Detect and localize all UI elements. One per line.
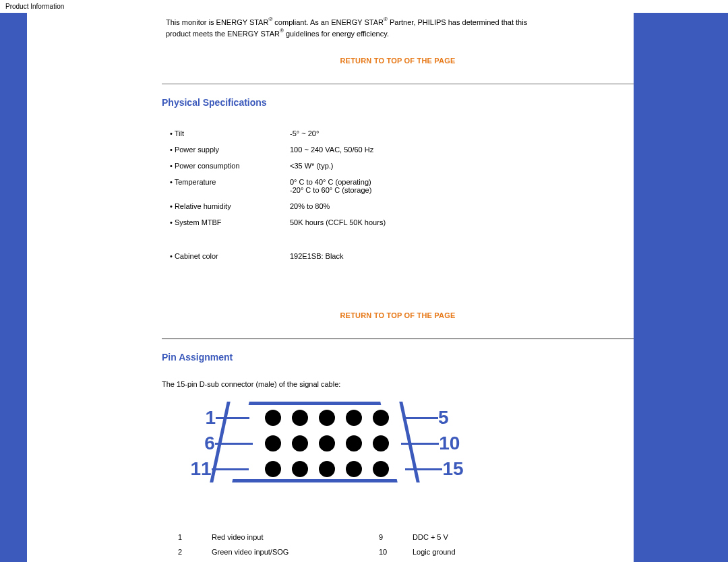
table-row: • Power consumption<35 W* (typ.) bbox=[167, 158, 528, 174]
table-row: • Relative humidity20% to 80% bbox=[167, 198, 528, 214]
pin-number: 2 bbox=[175, 544, 209, 559]
spec-label: • Relative humidity bbox=[167, 198, 287, 214]
pin-assignment-heading: Pin Assignment bbox=[162, 352, 634, 363]
connector-line bbox=[212, 468, 249, 470]
table-gap bbox=[167, 230, 528, 248]
intro-text: product meets the ENERGY STAR bbox=[166, 30, 280, 38]
pin-assignment-table: 1 Red video input 9 DDC + 5 V 2 Green vi… bbox=[175, 530, 577, 562]
pin-assignment-description: The 15-pin D-sub connector (male) of the… bbox=[162, 380, 634, 388]
spec-value: 192E1SB: Black bbox=[287, 248, 528, 264]
return-to-top-link[interactable]: RETURN TO TOP OF THE PAGE bbox=[162, 311, 634, 319]
pin-number-label: 5 bbox=[438, 407, 465, 429]
table-row: 1 Red video input 9 DDC + 5 V bbox=[175, 530, 577, 544]
spec-label: • Power consumption bbox=[167, 158, 287, 174]
pin-row-2: 6 10 bbox=[189, 433, 465, 454]
table-row: • System MTBF50K hours (CCFL 50K hours) bbox=[167, 214, 528, 230]
pin-dots bbox=[252, 410, 402, 426]
left-margin bbox=[27, 13, 162, 562]
pin-description: Blue video input bbox=[209, 559, 376, 562]
pin-number: 10 bbox=[376, 544, 410, 559]
return-to-top-link[interactable]: RETURN TO TOP OF THE PAGE bbox=[162, 57, 634, 65]
pin-number: 9 bbox=[376, 530, 410, 544]
pin-number: 11 bbox=[376, 559, 410, 562]
connector-line bbox=[216, 417, 249, 419]
spec-label: • Tilt bbox=[167, 125, 287, 142]
spec-label: • System MTBF bbox=[167, 214, 287, 230]
spec-value: 0° C to 40° C (operating) -20° C to 60° … bbox=[287, 174, 528, 198]
pin-description: DDC + 5 V bbox=[410, 530, 577, 544]
left-sidebar-stripe bbox=[0, 13, 27, 562]
pin-row-3: 11 15 bbox=[189, 458, 465, 480]
divider bbox=[162, 84, 634, 85]
pin-row-1: 1 5 bbox=[189, 407, 465, 429]
reg-mark: ® bbox=[268, 16, 272, 22]
connector-line bbox=[215, 443, 253, 445]
page-body: This monitor is ENERGY STAR® compliant. … bbox=[0, 13, 728, 562]
connector-line bbox=[404, 417, 438, 419]
spec-value: <35 W* (typ.) bbox=[287, 158, 528, 174]
reg-mark: ® bbox=[384, 16, 388, 22]
table-row: • Tilt-5° ~ 20° bbox=[167, 125, 528, 142]
pin-number-label: 6 bbox=[189, 433, 215, 454]
spec-value: 100 ~ 240 VAC, 50/60 Hz bbox=[287, 142, 528, 158]
divider bbox=[162, 338, 634, 340]
spec-label: • Cabinet color bbox=[167, 248, 287, 264]
pin-dots bbox=[251, 461, 402, 477]
reg-mark: ® bbox=[280, 28, 284, 34]
pin-description: Green video input/SOG bbox=[209, 544, 376, 559]
physical-specs-heading: Physical Specifications bbox=[162, 97, 634, 108]
pin-number: 1 bbox=[175, 530, 209, 544]
pin-description: Ground bbox=[410, 559, 577, 562]
intro-text: guidelines for energy efficiency. bbox=[284, 30, 389, 38]
spec-value: 50K hours (CCFL 50K hours) bbox=[287, 214, 528, 230]
table-row: 2 Green video input/SOG 10 Logic ground bbox=[175, 544, 577, 559]
energy-star-paragraph: This monitor is ENERGY STAR® compliant. … bbox=[166, 17, 617, 39]
pin-dots bbox=[255, 435, 398, 451]
right-sidebar-stripe bbox=[634, 13, 728, 562]
pin-number-label: 15 bbox=[442, 458, 465, 480]
window-title: Product Information bbox=[0, 0, 728, 13]
pin-number-label: 10 bbox=[439, 433, 465, 454]
pin-number: 3 bbox=[175, 559, 209, 562]
pin-description: Logic ground bbox=[410, 544, 577, 559]
intro-text: This monitor is ENERGY STAR bbox=[166, 18, 268, 26]
intro-text: compliant. As an ENERGY STAR bbox=[272, 18, 384, 26]
table-row: • Temperature0° C to 40° C (operating) -… bbox=[167, 174, 528, 198]
spec-value: -5° ~ 20° bbox=[287, 125, 528, 142]
dsub-connector-diagram: 1 5 6 10 11 15 bbox=[189, 399, 465, 487]
pin-number-label: 11 bbox=[189, 458, 212, 480]
connector-line bbox=[405, 468, 442, 470]
pin-description: Red video input bbox=[209, 530, 376, 544]
spec-label: • Temperature bbox=[167, 174, 287, 198]
spec-label: • Power supply bbox=[167, 142, 287, 158]
intro-text: Partner, PHILIPS has determined that thi… bbox=[388, 18, 527, 26]
pin-number-label: 1 bbox=[189, 407, 216, 429]
connector-line bbox=[401, 443, 439, 445]
spec-value: 20% to 80% bbox=[287, 198, 528, 214]
physical-specs-table: • Tilt-5° ~ 20° • Power supply100 ~ 240 … bbox=[167, 125, 528, 264]
table-row: • Power supply100 ~ 240 VAC, 50/60 Hz bbox=[167, 142, 528, 158]
table-row: 3 Blue video input 11 Ground bbox=[175, 559, 577, 562]
table-row: • Cabinet color192E1SB: Black bbox=[167, 248, 528, 264]
main-content: This monitor is ENERGY STAR® compliant. … bbox=[162, 13, 634, 562]
